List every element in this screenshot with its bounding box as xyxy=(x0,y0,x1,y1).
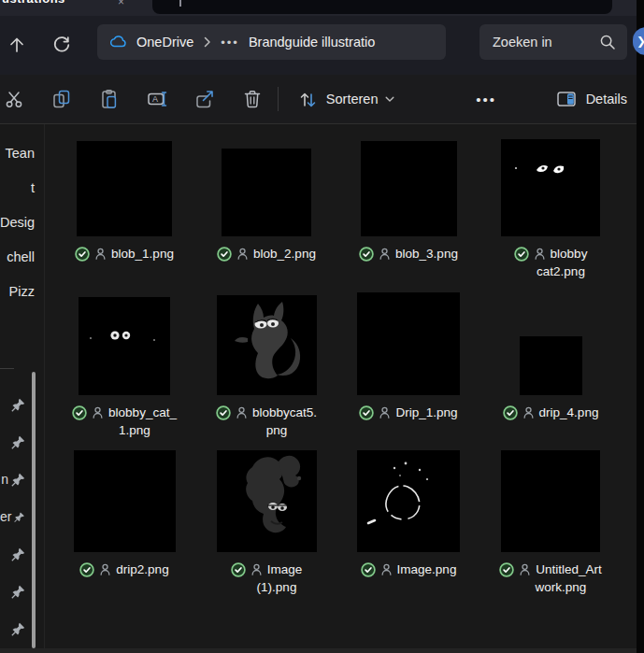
sync-status-icon xyxy=(217,247,232,262)
sidebar-pinned-item[interactable] xyxy=(0,423,29,461)
file-thumbnail[interactable] xyxy=(361,141,457,236)
pin-icon xyxy=(11,622,25,636)
file-thumbnail[interactable] xyxy=(74,450,176,552)
sync-status-icon xyxy=(231,562,246,577)
copy-button[interactable] xyxy=(48,81,77,117)
shared-person-icon xyxy=(250,562,263,576)
file-thumbnail[interactable] xyxy=(520,336,582,395)
sidebar-item[interactable]: t xyxy=(0,170,45,205)
up-button[interactable] xyxy=(0,28,34,62)
breadcrumb-chevron-icon xyxy=(203,36,211,48)
file-item[interactable]: blobby_cat_ 1.png xyxy=(53,292,195,449)
cut-button[interactable] xyxy=(0,81,29,117)
file-thumbnail[interactable] xyxy=(217,450,317,552)
more-options-button[interactable]: ••• xyxy=(465,81,506,117)
file-name: drip2.png xyxy=(116,561,168,578)
file-thumbnail-zone xyxy=(337,292,479,395)
file-thumbnail-zone xyxy=(53,136,195,236)
cut-icon xyxy=(3,88,25,110)
file-thumbnail[interactable] xyxy=(357,292,460,395)
share-icon xyxy=(193,88,216,110)
chevron-down-icon xyxy=(385,96,394,103)
file-item[interactable]: Image (1).png xyxy=(195,449,337,627)
file-thumbnail[interactable] xyxy=(357,450,460,552)
file-item[interactable]: Drip_1.png xyxy=(337,292,479,449)
pin-icon xyxy=(11,585,25,599)
file-item[interactable]: blob_3.png xyxy=(337,136,479,292)
window-edge-gutter xyxy=(637,0,644,653)
sync-status-icon xyxy=(499,562,514,577)
file-thumbnail[interactable] xyxy=(217,295,317,395)
tab-title-clipped[interactable]: ustrations xyxy=(2,0,65,6)
pinned-item-label: n xyxy=(1,472,8,487)
shared-person-icon xyxy=(92,405,104,419)
file-thumbnail[interactable] xyxy=(79,297,170,395)
file-item[interactable]: blob_2.png xyxy=(195,136,337,292)
file-thumbnail-zone xyxy=(53,292,195,395)
rename-button[interactable]: A xyxy=(143,81,172,117)
share-button[interactable] xyxy=(190,81,219,117)
file-thumbnail-zone xyxy=(479,136,622,236)
tab-close-icon[interactable]: × xyxy=(118,0,124,8)
pinned-item-label: er xyxy=(0,509,11,524)
sidebar-pinned-list: ner xyxy=(0,386,29,647)
file-name-wrap: work.png xyxy=(536,578,587,596)
breadcrumb-root[interactable]: OneDrive xyxy=(136,35,193,50)
file-thumbnail-zone xyxy=(53,449,195,552)
file-thumbnail[interactable] xyxy=(501,450,600,552)
file-item[interactable]: blob_1.png xyxy=(53,136,195,292)
file-label: blobby cat2.png xyxy=(514,245,588,280)
file-item[interactable]: Image.png xyxy=(337,449,479,627)
file-item[interactable]: blobby cat2.png xyxy=(479,136,622,292)
pin-icon xyxy=(11,398,25,412)
file-label: Drip_1.png xyxy=(359,404,457,421)
sidebar-pinned-item[interactable]: er xyxy=(0,498,29,535)
file-thumbnail-zone xyxy=(195,292,337,395)
file-item[interactable]: blobbycat5. png xyxy=(195,292,337,449)
sidebar-pinned-item[interactable] xyxy=(0,610,29,647)
sort-button[interactable]: Sorteren xyxy=(288,81,405,117)
active-tab[interactable] xyxy=(152,0,612,14)
file-name: drip_4.png xyxy=(539,404,599,421)
sidebar-pinned-item[interactable] xyxy=(0,386,29,423)
sidebar-pinned-item[interactable]: n xyxy=(0,461,29,498)
pin-icon xyxy=(11,473,25,487)
file-name: blob_3.png xyxy=(395,245,458,263)
file-thumbnail[interactable] xyxy=(77,141,172,236)
search-box[interactable]: Zoeken in xyxy=(479,24,627,60)
file-name: blobbycat5. xyxy=(252,404,317,421)
file-label: drip_4.png xyxy=(503,404,599,421)
delete-button[interactable] xyxy=(237,81,266,117)
sidebar-pinned-item[interactable] xyxy=(0,573,29,610)
sidebar-items-list: TeantDesigchellPizz xyxy=(0,135,45,308)
up-arrow-icon xyxy=(7,35,27,55)
sidebar-item[interactable]: Desig xyxy=(0,205,45,239)
sync-status-icon xyxy=(79,562,94,577)
file-item[interactable]: drip2.png xyxy=(53,449,195,627)
shared-person-icon xyxy=(519,562,531,576)
file-name: blobby xyxy=(551,245,588,263)
file-grid-row: drip2.png Ima xyxy=(53,449,622,627)
breadcrumb-current-folder[interactable]: Brandguide illustratio xyxy=(249,35,435,50)
file-name-wrap: 1.png xyxy=(119,421,150,439)
pin-icon xyxy=(11,435,25,449)
command-toolbar: A Sorteren ••• xyxy=(0,75,637,124)
details-button[interactable]: Details xyxy=(546,81,637,117)
paste-button[interactable] xyxy=(95,81,124,117)
sort-arrows-icon xyxy=(297,89,319,110)
sidebar-item[interactable]: Tean xyxy=(0,135,45,170)
sidebar-item[interactable]: Pizz xyxy=(0,274,45,308)
sidebar-scrollbar[interactable] xyxy=(32,372,36,648)
sync-status-icon xyxy=(216,405,231,420)
sidebar-pinned-item[interactable] xyxy=(0,535,29,573)
sidebar-item[interactable]: chell xyxy=(0,239,45,274)
address-bar[interactable]: OneDrive ••• Brandguide illustratio xyxy=(97,24,446,60)
file-item[interactable]: Untitled_Art work.png xyxy=(479,449,622,627)
file-thumbnail-zone xyxy=(195,449,337,552)
file-label: blobby_cat_ 1.png xyxy=(72,404,177,439)
refresh-button[interactable] xyxy=(45,28,79,62)
file-item[interactable]: drip_4.png xyxy=(479,292,622,449)
file-thumbnail[interactable] xyxy=(501,139,600,236)
file-thumbnail[interactable] xyxy=(222,149,311,236)
breadcrumb-overflow[interactable]: ••• xyxy=(221,35,239,50)
